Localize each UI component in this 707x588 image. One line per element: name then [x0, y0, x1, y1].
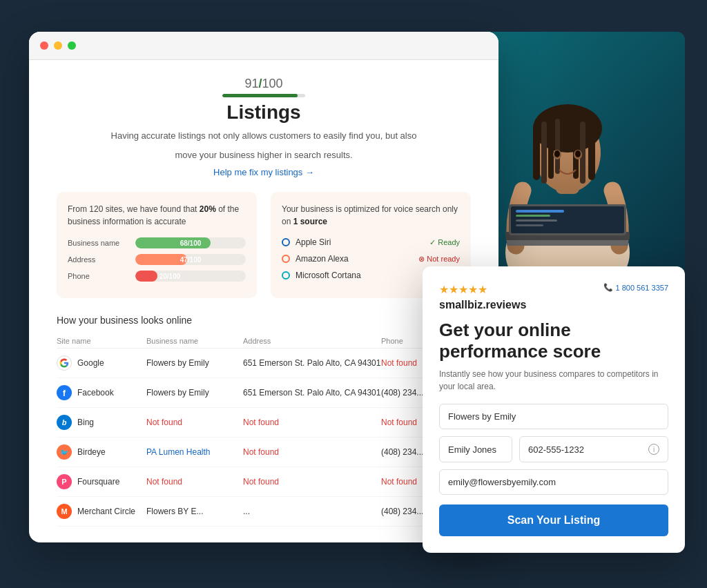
metric-bar-label-address: 47/100: [180, 256, 202, 264]
table-row: b Bing Not found Not found Not found: [57, 408, 471, 438]
voice-source-siri: Apple Siri: [282, 237, 331, 247]
metric-row-address: Address 47/100: [68, 254, 246, 265]
address-merchant-circle: ...: [243, 507, 381, 516]
svg-rect-7: [548, 120, 554, 179]
business-name-bing: Not found: [146, 418, 243, 427]
phone-number-text: 1 800 561 3357: [616, 284, 668, 292]
online-section-title: How your business looks online: [57, 315, 471, 326]
business-name-input[interactable]: [439, 404, 668, 429]
svg-rect-19: [516, 210, 564, 213]
site-facebook: f Facebook: [57, 385, 146, 400]
score-section: 91/100 Listings Having accurate listings…: [57, 77, 471, 178]
info-icon[interactable]: i: [648, 444, 659, 455]
site-name-bing: Bing: [77, 418, 94, 427]
voice-source-name-alexa: Amazon Alexa: [296, 254, 349, 264]
site-foursquare: P Foursquare: [57, 474, 146, 489]
voice-row-alexa: Amazon Alexa ⊗ Not ready: [282, 254, 460, 264]
metric-bar-fill-green: 68/100: [135, 237, 211, 248]
site-name-facebook: Facebook: [77, 388, 114, 398]
svg-rect-22: [516, 224, 543, 226]
metric-bar-label: 68/100: [180, 239, 202, 247]
address-facebook: 651 Emerson St. Palo Alto, CA 94301: [243, 388, 381, 398]
birdeye-icon: 🐦: [57, 444, 72, 460]
voice-source-alexa: Amazon Alexa: [282, 254, 349, 264]
svg-point-14: [554, 150, 560, 157]
score-bar-fill: [222, 94, 298, 97]
status-notready-alexa: ⊗ Not ready: [418, 255, 460, 264]
metric-label: Business name: [68, 239, 130, 247]
business-name-facebook: Flowers by Emily: [146, 388, 243, 398]
metric-bar-fill-orange: 47/100: [135, 254, 187, 265]
browser-titlebar: [29, 32, 498, 60]
contact-row: i: [439, 436, 668, 462]
maximize-dot[interactable]: [68, 41, 76, 50]
page-description-line2: move your business higher in search resu…: [57, 148, 471, 162]
table-header: Site name Business name Address Phone: [57, 334, 471, 349]
phone-number: 📞 1 800 561 3357: [603, 283, 668, 292]
svg-rect-8: [555, 119, 560, 174]
phone-icon: 📞: [603, 283, 613, 292]
address-foursquare: Not found: [243, 477, 381, 487]
svg-rect-6: [541, 121, 547, 184]
phone-input[interactable]: [528, 444, 644, 455]
x-icon: ⊗: [418, 255, 425, 264]
close-dot[interactable]: [40, 41, 48, 50]
scan-button[interactable]: Scan Your Listing: [439, 504, 668, 536]
voice-dot-alexa: [282, 255, 290, 263]
metric-bar-bg-address: 47/100: [135, 254, 246, 265]
address-bing: Not found: [243, 418, 381, 427]
info-cards: From 120 sites, we have found that 20% o…: [57, 192, 471, 298]
table-row: f Facebook Flowers by Emily 651 Emerson …: [57, 378, 471, 408]
voice-source-cortana: Microsoft Cortana: [282, 271, 361, 280]
svg-point-15: [575, 150, 581, 157]
svg-rect-5: [533, 125, 540, 180]
site-merchant-circle: M Merchant Circle: [57, 504, 146, 519]
metric-bar-fill-red: 20/100: [135, 271, 157, 282]
online-section: How your business looks online Site name…: [57, 315, 471, 527]
site-name-merchant-circle: Merchant Circle: [77, 507, 135, 516]
foursquare-icon: P: [57, 474, 72, 489]
voice-dot-siri: [282, 238, 290, 246]
form-heading: Get your online performance score: [439, 320, 668, 362]
site-name-foursquare: Foursquare: [77, 477, 119, 487]
svg-rect-23: [507, 240, 628, 246]
col-address: Address: [243, 337, 381, 345]
minimize-dot[interactable]: [54, 41, 62, 50]
email-input[interactable]: [439, 469, 668, 495]
contact-name-input[interactable]: [439, 436, 512, 462]
metric-row-business-name: Business name 68/100: [68, 237, 246, 248]
svg-rect-9: [588, 125, 595, 180]
voice-card-title: Your business is optimized for voice sea…: [282, 203, 460, 228]
table-row: P Foursquare Not found Not found Not fou…: [57, 467, 471, 497]
help-link[interactable]: Help me fix my listings →: [213, 167, 314, 177]
business-name-merchant-circle: Flowers BY E...: [146, 507, 243, 516]
status-ready-siri: ✓ Ready: [429, 238, 460, 247]
metric-bar-bg-phone: 20/100: [135, 271, 246, 282]
metric-bar-bg: 68/100: [135, 237, 246, 248]
svg-rect-21: [516, 219, 557, 222]
page-description-line1: Having accurate listings not only allows…: [57, 129, 471, 143]
form-card: ★★★★★ smallbiz.reviews 📞 1 800 561 3357 …: [423, 266, 685, 553]
page-title: Listings: [57, 101, 471, 124]
bing-icon: b: [57, 415, 72, 430]
site-bing: b Bing: [57, 415, 146, 430]
brand-name: smallbiz.reviews: [439, 299, 668, 311]
col-site: Site name: [57, 337, 146, 345]
svg-rect-20: [516, 215, 550, 217]
business-name-foursquare: Not found: [146, 477, 243, 487]
voice-dot-cortana: [282, 271, 290, 280]
metric-bar-label-phone: 20/100: [159, 273, 181, 280]
metric-label-phone: Phone: [68, 272, 130, 280]
accuracy-card-title: From 120 sites, we have found that 20% o…: [68, 203, 246, 228]
metric-row-phone: Phone 20/100: [68, 271, 246, 282]
accuracy-card: From 120 sites, we have found that 20% o…: [57, 192, 257, 298]
form-description: Instantly see how your business compares…: [439, 368, 668, 393]
site-google: Google: [57, 355, 146, 371]
business-name-google: Flowers by Emily: [146, 358, 243, 368]
google-icon: [57, 355, 72, 371]
check-icon: ✓: [429, 238, 436, 247]
table-row: Google Flowers by Emily 651 Emerson St. …: [57, 349, 471, 378]
voice-source-name-cortana: Microsoft Cortana: [296, 271, 361, 280]
address-google: 651 Emerson St. Palo Alto, CA 94301: [243, 358, 381, 368]
phone-input-wrapper: i: [519, 436, 668, 462]
